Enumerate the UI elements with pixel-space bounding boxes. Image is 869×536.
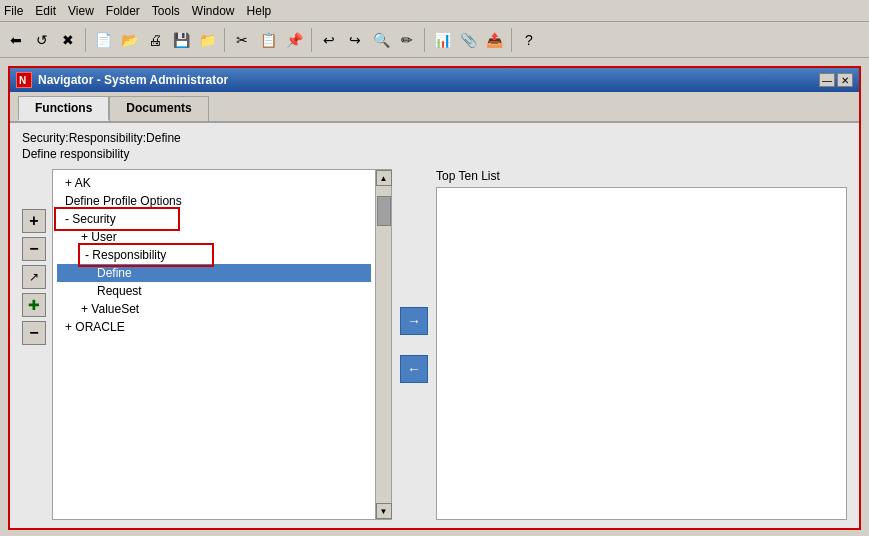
window-titlebar: N Navigator - System Administrator — ✕ [10, 68, 859, 92]
breadcrumb: Security:Responsibility:Define [22, 131, 847, 145]
toolbar-btn-undo[interactable]: ↩ [317, 28, 341, 52]
toolbar-sep-5 [511, 28, 512, 52]
menu-help[interactable]: Help [247, 4, 272, 18]
top-ten-label: Top Ten List [436, 169, 847, 183]
top-ten-container: Top Ten List [436, 169, 847, 520]
toolbar-btn-copy[interactable]: 📋 [256, 28, 280, 52]
scroll-up-btn[interactable]: ▲ [376, 170, 392, 186]
tree-item-security[interactable]: - Security [57, 210, 177, 228]
scroll-down-btn[interactable]: ▼ [376, 503, 392, 519]
tab-documents[interactable]: Documents [109, 96, 208, 121]
toolbar-btn-print[interactable]: 🖨 [143, 28, 167, 52]
main-panel: + − ↗ ✚ − + AK Define Profile Options - … [22, 169, 847, 520]
toolbar-btn-save[interactable]: 💾 [169, 28, 193, 52]
tree-item-responsibility[interactable]: - Responsibility [81, 246, 211, 264]
toolbar-btn-back[interactable]: ⬅ [4, 28, 28, 52]
tree-item-valueset[interactable]: + ValueSet [57, 300, 371, 318]
toolbar-btn-redo[interactable]: ↪ [343, 28, 367, 52]
toolbar-btn-find[interactable]: 🔍 [369, 28, 393, 52]
tree-item-profile[interactable]: Define Profile Options [57, 192, 371, 210]
toolbar-sep-2 [224, 28, 225, 52]
top-ten-list [436, 187, 847, 520]
toolbar-btn-folder[interactable]: 📂 [117, 28, 141, 52]
side-btn-open[interactable]: ↗ [22, 265, 46, 289]
svg-text:N: N [19, 75, 26, 86]
menu-file[interactable]: File [4, 4, 23, 18]
toolbar-btn-help[interactable]: ? [517, 28, 541, 52]
toolbar-btn-refresh[interactable]: ↺ [30, 28, 54, 52]
side-btn-plus[interactable]: + [22, 209, 46, 233]
tree-item-user[interactable]: + User [57, 228, 371, 246]
menu-edit[interactable]: Edit [35, 4, 56, 18]
scroll-thumb[interactable] [377, 196, 391, 226]
toolbar-btn-paste[interactable]: 📌 [282, 28, 306, 52]
tree-content: + AK Define Profile Options - Security +… [53, 170, 375, 519]
toolbar-btn-cut[interactable]: ✂ [230, 28, 254, 52]
arrow-buttons: → ← [392, 169, 436, 520]
window-controls: — ✕ [819, 73, 853, 87]
toolbar-btn-open[interactable]: 📁 [195, 28, 219, 52]
main-window: N Navigator - System Administrator — ✕ F… [8, 66, 861, 530]
arrow-forward-btn[interactable]: → [400, 307, 428, 335]
toolbar-btn-report[interactable]: 📊 [430, 28, 454, 52]
window-icon: N [16, 72, 32, 88]
menu-window[interactable]: Window [192, 4, 235, 18]
scroll-track [376, 186, 391, 503]
window-title: Navigator - System Administrator [38, 73, 228, 87]
toolbar-sep-4 [424, 28, 425, 52]
side-btn-minus[interactable]: − [22, 237, 46, 261]
content-area: Security:Responsibility:Define Define re… [10, 123, 859, 528]
tab-functions[interactable]: Functions [18, 96, 109, 121]
minimize-button[interactable]: — [819, 73, 835, 87]
menu-view[interactable]: View [68, 4, 94, 18]
close-button[interactable]: ✕ [837, 73, 853, 87]
menu-tools[interactable]: Tools [152, 4, 180, 18]
tree-item-oracle[interactable]: + ORACLE [57, 318, 371, 336]
toolbar-btn-export[interactable]: 📤 [482, 28, 506, 52]
toolbar-btn-stop[interactable]: ✖ [56, 28, 80, 52]
toolbar-sep-1 [85, 28, 86, 52]
tree-item-ak[interactable]: + AK [57, 174, 371, 192]
tree-item-define[interactable]: Define [57, 264, 371, 282]
tabs: Functions Documents [10, 92, 859, 123]
tree-wrapper: + AK Define Profile Options - Security +… [52, 169, 392, 520]
toolbar-btn-edit[interactable]: ✏ [395, 28, 419, 52]
tree-scrollbar: ▲ ▼ [375, 170, 391, 519]
left-buttons: + − ↗ ✚ − [22, 169, 46, 520]
side-btn-remove[interactable]: − [22, 321, 46, 345]
toolbar-sep-3 [311, 28, 312, 52]
window-title-left: N Navigator - System Administrator [16, 72, 228, 88]
menu-folder[interactable]: Folder [106, 4, 140, 18]
define-label: Define responsibility [22, 147, 847, 161]
toolbar: ⬅ ↺ ✖ 📄 📂 🖨 💾 📁 ✂ 📋 📌 ↩ ↪ 🔍 ✏ 📊 📎 📤 ? [0, 22, 869, 58]
arrow-back-btn[interactable]: ← [400, 355, 428, 383]
side-btn-add[interactable]: ✚ [22, 293, 46, 317]
toolbar-btn-new[interactable]: 📄 [91, 28, 115, 52]
window-content: Functions Documents Security:Responsibil… [10, 92, 859, 528]
menubar: File Edit View Folder Tools Window Help [0, 0, 869, 22]
tree-item-request[interactable]: Request [57, 282, 371, 300]
toolbar-btn-attach[interactable]: 📎 [456, 28, 480, 52]
